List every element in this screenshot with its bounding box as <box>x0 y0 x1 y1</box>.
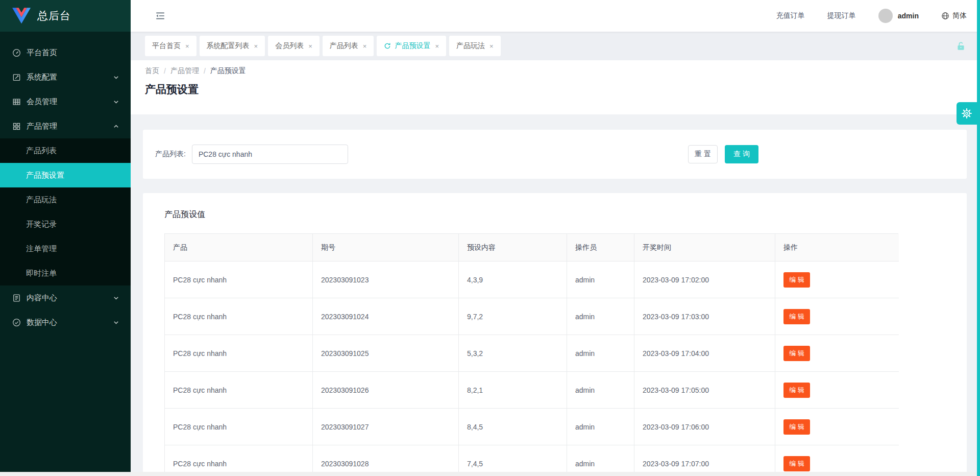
cell-operator: admin <box>567 445 634 476</box>
edit-button[interactable]: 编 辑 <box>783 309 810 324</box>
tab-产品预设置[interactable]: 产品预设置× <box>377 36 446 56</box>
breadcrumb-item-产品管理[interactable]: 产品管理 <box>170 66 199 76</box>
edit-button[interactable]: 编 辑 <box>783 456 810 471</box>
sidebar-subitem-label: 开奖记录 <box>26 220 57 229</box>
cell-preset: 8,2,1 <box>459 372 567 409</box>
chevron-up-icon <box>112 122 120 131</box>
language-switcher[interactable]: 简体 <box>941 11 967 20</box>
cell-action: 编 辑 <box>775 298 899 335</box>
withdraw-orders-link[interactable]: 提现订单 <box>827 11 856 20</box>
edit-button[interactable]: 编 辑 <box>783 346 810 361</box>
close-icon[interactable]: × <box>254 43 258 50</box>
tab-label: 平台首页 <box>152 41 181 51</box>
tab-list: 平台首页×系统配置列表×会员列表×产品列表×产品预设置×产品玩法× <box>145 36 504 56</box>
sidebar-item-产品管理[interactable]: 产品管理 <box>0 114 131 138</box>
cell-draw_time: 2023-03-09 17:02:00 <box>634 261 775 298</box>
user-menu[interactable]: admin <box>878 9 919 23</box>
sidebar-item-内容中心[interactable]: 内容中心 <box>0 285 131 310</box>
cell-issue: 202303091023 <box>313 261 459 298</box>
query-button[interactable]: 查 询 <box>725 145 758 163</box>
sidebar-subitem-注单管理[interactable]: 注单管理 <box>0 236 131 261</box>
table-row: PC28 cực nhanh2023030910268,2,1admin2023… <box>165 372 898 409</box>
breadcrumb-separator: / <box>204 67 206 75</box>
settings-button[interactable] <box>957 102 977 125</box>
cell-draw_time: 2023-03-09 17:04:00 <box>634 335 775 372</box>
sidebar-menu: 平台首页系统配置会员管理产品管理产品列表产品预设置产品玩法开奖记录注单管理即时注… <box>0 32 131 335</box>
tab-会员列表[interactable]: 会员列表× <box>268 36 320 56</box>
vertical-scrollbar[interactable] <box>977 0 980 476</box>
sidebar-subitem-产品预设置[interactable]: 产品预设置 <box>0 163 131 187</box>
cell-product: PC28 cực nhanh <box>165 298 313 335</box>
sidebar-item-label: 产品管理 <box>27 122 57 131</box>
sidebar-item-label: 平台首页 <box>27 48 57 58</box>
sidebar-item-label: 数据中心 <box>27 318 57 327</box>
dashboard-icon <box>12 49 21 57</box>
cell-draw_time: 2023-03-09 17:07:00 <box>634 445 775 476</box>
cell-issue: 202303091025 <box>313 335 459 372</box>
table-header-row: 产品期号预设内容操作员开奖时间操作 <box>165 234 898 261</box>
filter-buttons: 重 置 查 询 <box>688 145 758 163</box>
sidebar-item-label: 会员管理 <box>27 97 57 107</box>
lock-open-icon[interactable] <box>956 41 966 51</box>
profile-icon <box>12 294 21 302</box>
username: admin <box>898 12 919 20</box>
sidebar-subitem-label: 产品玩法 <box>26 195 57 205</box>
sync-icon <box>384 42 391 50</box>
close-icon[interactable]: × <box>363 43 367 50</box>
product-list-label: 产品列表: <box>155 150 186 159</box>
chevron-down-icon <box>335 151 341 158</box>
table-icon <box>12 98 21 106</box>
sidebar-item-label: 系统配置 <box>27 73 57 82</box>
edit-button[interactable]: 编 辑 <box>783 272 810 288</box>
section-title: 产品预设值 <box>164 209 967 220</box>
edit-button[interactable]: 编 辑 <box>783 419 810 435</box>
cell-preset: 4,3,9 <box>459 261 567 298</box>
sidebar-item-系统配置[interactable]: 系统配置 <box>0 65 131 89</box>
close-icon[interactable]: × <box>489 43 494 50</box>
cell-operator: admin <box>567 372 634 409</box>
sidebar-item-会员管理[interactable]: 会员管理 <box>0 89 131 114</box>
menu-fold-icon[interactable] <box>155 11 165 21</box>
column-header-预设内容: 预设内容 <box>459 234 567 261</box>
sidebar-subitem-产品玩法[interactable]: 产品玩法 <box>0 187 131 212</box>
column-header-产品: 产品 <box>165 234 313 261</box>
globe-icon <box>941 12 949 20</box>
tab-产品列表[interactable]: 产品列表× <box>323 36 374 56</box>
sidebar-item-数据中心[interactable]: 数据中心 <box>0 310 131 335</box>
cell-operator: admin <box>567 335 634 372</box>
cell-action: 编 辑 <box>775 261 899 298</box>
product-select[interactable]: PC28 cực nhanh <box>192 145 348 164</box>
column-header-开奖时间: 开奖时间 <box>634 234 775 261</box>
filter-card: 产品列表: PC28 cực nhanh 重 置 查 询 <box>143 130 967 179</box>
sidebar-subitem-产品列表[interactable]: 产品列表 <box>0 138 131 163</box>
app-title: 总后台 <box>37 9 71 23</box>
cell-operator: admin <box>567 298 634 335</box>
breadcrumb-separator: / <box>164 67 166 75</box>
recharge-orders-link[interactable]: 充值订单 <box>776 11 805 20</box>
cell-product: PC28 cực nhanh <box>165 261 313 298</box>
topbar-right: 充值订单 提现订单 admin 简体 <box>776 9 967 23</box>
main-card: 产品预设值 产品期号预设内容操作员开奖时间操作PC28 cực nhanh202… <box>143 193 967 476</box>
cell-preset: 7,4,5 <box>459 445 567 476</box>
close-icon[interactable]: × <box>308 43 312 50</box>
cell-action: 编 辑 <box>775 409 899 445</box>
cell-preset: 5,3,2 <box>459 335 567 372</box>
table-row: PC28 cực nhanh2023030910249,7,2admin2023… <box>165 298 898 335</box>
sidebar-item-平台首页[interactable]: 平台首页 <box>0 40 131 65</box>
horizontal-scrollbar[interactable] <box>0 472 977 476</box>
cell-issue: 202303091028 <box>313 445 459 476</box>
edit-square-icon <box>12 73 21 82</box>
cell-preset: 9,7,2 <box>459 298 567 335</box>
breadcrumb-item-首页[interactable]: 首页 <box>145 66 159 76</box>
edit-button[interactable]: 编 辑 <box>783 383 810 398</box>
reset-button[interactable]: 重 置 <box>688 145 718 163</box>
tab-系统配置列表[interactable]: 系统配置列表× <box>200 36 265 56</box>
tab-平台首页[interactable]: 平台首页× <box>145 36 197 56</box>
tab-产品玩法[interactable]: 产品玩法× <box>449 36 501 56</box>
check-circle-icon <box>12 318 21 327</box>
sidebar-subitem-开奖记录[interactable]: 开奖记录 <box>0 212 131 236</box>
close-icon[interactable]: × <box>185 43 189 50</box>
tab-label: 系统配置列表 <box>207 41 250 51</box>
sidebar-subitem-即时注单[interactable]: 即时注单 <box>0 261 131 285</box>
close-icon[interactable]: × <box>435 43 439 50</box>
